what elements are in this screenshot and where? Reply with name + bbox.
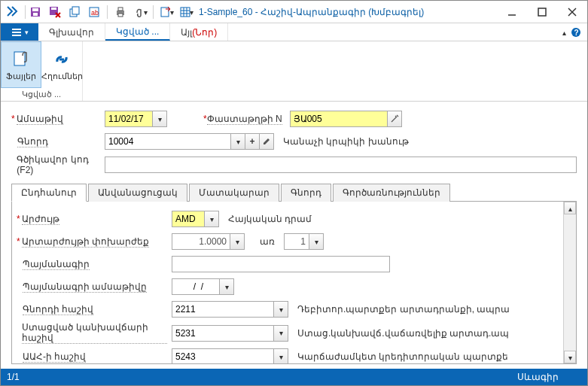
svg-rect-2 (33, 13, 38, 16)
svg-rect-1 (32, 8, 38, 11)
minimize-button[interactable] (497, 1, 527, 23)
window-title: 1-Sample_60 - Հաշիվ-Ապրանքագիր (Խմբագրել… (199, 7, 424, 17)
svg-rect-10 (118, 8, 123, 11)
svg-text:?: ? (574, 29, 579, 37)
copy-doc-icon[interactable] (66, 4, 83, 20)
svg-text:ab: ab (91, 9, 99, 17)
svg-rect-19 (538, 8, 546, 16)
currency-dropdown-button[interactable] (204, 211, 219, 227)
svg-rect-13 (181, 8, 190, 17)
attach-icon[interactable] (132, 4, 148, 20)
print-icon[interactable] (112, 4, 129, 20)
contract-date-input[interactable] (172, 278, 220, 295)
contract-label: Պայմանագիր (23, 259, 90, 270)
prepay-acct-label: Ստացված կանխավճարի հաշիվ (22, 322, 167, 344)
close-button[interactable] (557, 1, 587, 23)
rate-per-label: առ (260, 236, 275, 247)
file-menu-button[interactable]: ▾ (1, 23, 38, 41)
app-logo-icon (5, 5, 19, 19)
prepay-acct-dropdown-button[interactable] (273, 325, 288, 342)
docnum-label: Փաստաթղթի N (207, 114, 282, 125)
buyer-desc: Կանաչի կրպիկի խանութ (283, 136, 409, 147)
buyer-dropdown-button[interactable] (230, 133, 245, 150)
ribbon-collapse-icon[interactable] (562, 27, 566, 38)
rate-dropdown-button[interactable] (230, 233, 245, 250)
buyer-input[interactable] (105, 133, 231, 150)
save-icon[interactable] (27, 4, 44, 20)
status-bar: 1/1 Սևագիր (1, 369, 587, 385)
scroll-down-button[interactable] (564, 351, 576, 363)
date-label: Ամսաթիվ (17, 114, 63, 125)
vat-acct-dropdown-button[interactable] (273, 348, 288, 363)
ribbon-tabstrip: ▾ Գլխավոր Կցված ... Այլ (Նոր) ? (1, 23, 587, 41)
tab-operations[interactable]: Գործառնություններ (333, 184, 450, 202)
svg-rect-11 (118, 14, 123, 17)
svg-rect-4 (51, 8, 56, 10)
date-input[interactable] (105, 111, 153, 127)
contract-date-label: Պայմանագրի ամսաթիվը (23, 281, 147, 293)
form-area: *Ամսաթիվ *Փաստաթղթի N Գնորդ + Կանաչի կրպ… (1, 102, 587, 369)
ribbon-tab-other[interactable]: Այլ (Նոր) (170, 23, 228, 41)
help-icon[interactable]: ? (571, 27, 581, 38)
vat-acct-desc: Կարճաժամկետ կրեդիտորական պարտքե (297, 351, 508, 362)
ribbon-group-label: Կցված ... (1, 88, 82, 101)
vat-acct-input[interactable] (172, 348, 274, 363)
files-button[interactable]: Ֆայլեր (1, 41, 41, 88)
scroll-up-button[interactable] (564, 202, 576, 214)
quick-access-toolbar: ab (27, 4, 194, 20)
prepay-acct-input[interactable] (172, 325, 274, 342)
grid-icon[interactable] (178, 4, 194, 20)
barcode-label: Գծիկավոր կոդ (F2) (17, 154, 100, 175)
docnum-input[interactable] (290, 111, 388, 127)
maximize-button[interactable] (527, 1, 557, 23)
save-close-icon[interactable] (47, 4, 63, 20)
rate-per-input (284, 233, 309, 250)
export-icon[interactable] (158, 4, 175, 20)
detail-tabs: Ընդհանուր Անվանացուցակ Մատակարար Գնորդ Գ… (11, 183, 577, 202)
status-position: 1/1 (7, 372, 20, 382)
status-state: Սևագիր (517, 372, 559, 382)
tab-itemlist[interactable]: Անվանացուցակ (88, 184, 187, 202)
titlebar: ab 1-Sample_60 - Հաշիվ-Ապրանքագիր (Խմբագ… (1, 1, 587, 23)
buyer-acct-dropdown-button[interactable] (273, 301, 288, 318)
currency-desc: Հայկական դրամ (228, 214, 312, 224)
buyer-add-button[interactable]: + (245, 133, 260, 150)
preview-icon[interactable]: ab (86, 4, 102, 20)
tab-buyer[interactable]: Գնորդ (281, 184, 331, 202)
buyer-edit-button[interactable] (259, 133, 274, 150)
tab-supplier[interactable]: Մատակարար (189, 184, 279, 202)
buyer-label: Գնորդ (17, 136, 48, 147)
currency-label: Արժույթ (22, 214, 59, 225)
ribbon-tab-main[interactable]: Գլխավոր (38, 23, 105, 41)
barcode-input[interactable] (105, 157, 577, 173)
docnum-wand-button[interactable] (387, 111, 402, 127)
rate-per-dropdown-button[interactable] (309, 233, 324, 250)
date-dropdown-button[interactable] (152, 111, 167, 127)
vat-acct-label: ԱԱՀ-ի հաշիվ (23, 351, 86, 363)
general-tab-panel: *Արժույթ Հայկական դրամ *Արտարժույթի փոխա… (12, 202, 563, 363)
buyer-acct-desc: Դեբիտոր.պարտքեր արտադրանքի, ապրա (297, 304, 510, 315)
contract-input[interactable] (172, 256, 390, 272)
buyer-acct-label: Գնորդի հաշիվ (23, 304, 93, 315)
buyer-acct-input[interactable] (172, 301, 274, 318)
links-button[interactable]: Հղումներ (41, 41, 82, 88)
vertical-scrollbar[interactable] (563, 202, 576, 363)
prepay-acct-desc: Ստաց.կանխավճ.վաճառվելիք արտադ.ապ (297, 328, 509, 339)
ribbon-body: Ֆայլեր Հղումներ Կցված ... (1, 41, 587, 102)
svg-rect-6 (72, 7, 79, 14)
rate-input (172, 233, 230, 250)
tab-general[interactable]: Ընդհանուր (11, 184, 87, 202)
contract-date-dropdown-button[interactable] (219, 278, 234, 295)
rate-label: Արտարժույթի փոխարժեք (22, 236, 149, 248)
currency-input[interactable] (172, 211, 205, 227)
ribbon-tab-attached[interactable]: Կցված ... (105, 23, 170, 41)
